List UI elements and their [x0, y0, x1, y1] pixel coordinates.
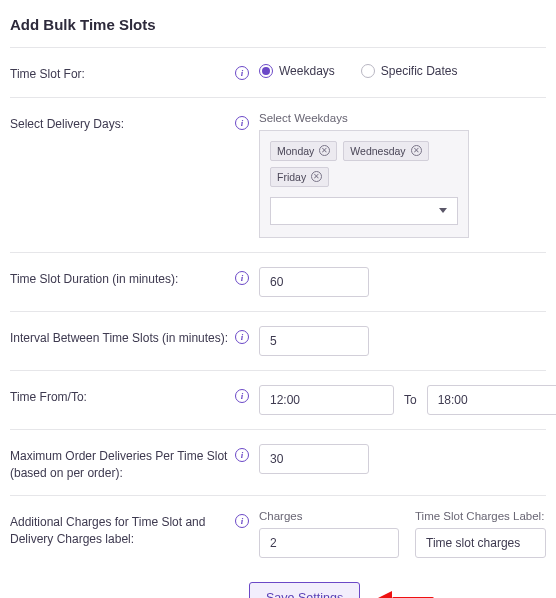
label-time-range: Time From/To: [10, 385, 235, 406]
row-duration: Time Slot Duration (in minutes): i [10, 253, 546, 311]
info-icon[interactable]: i [235, 271, 249, 285]
tag-monday: Monday ✕ [270, 141, 337, 161]
row-select-days: Select Delivery Days: i Select Weekdays … [10, 98, 546, 252]
label-interval: Interval Between Time Slots (in minutes)… [10, 326, 235, 347]
info-icon[interactable]: i [235, 389, 249, 403]
tag-friday: Friday ✕ [270, 167, 329, 187]
remove-tag-icon[interactable]: ✕ [411, 145, 422, 156]
tag-wednesday: Wednesday ✕ [343, 141, 428, 161]
tag-friday-label: Friday [277, 171, 306, 183]
max-orders-input[interactable] [259, 444, 369, 474]
radio-circle-icon [259, 64, 273, 78]
to-label: To [404, 393, 417, 407]
label-max-orders: Maximum Order Deliveries Per Time Slot (… [10, 444, 235, 482]
remove-tag-icon[interactable]: ✕ [311, 171, 322, 182]
label-duration: Time Slot Duration (in minutes): [10, 267, 235, 288]
sub-label-charges: Charges [259, 510, 399, 522]
info-icon[interactable]: i [235, 66, 249, 80]
label-time-slot-for: Time Slot For: [10, 62, 235, 83]
row-interval: Interval Between Time Slots (in minutes)… [10, 312, 546, 370]
charges-input[interactable] [259, 528, 399, 558]
row-additional-charges: Additional Charges for Time Slot and Del… [10, 496, 546, 572]
label-additional: Additional Charges for Time Slot and Del… [10, 510, 235, 548]
row-time-slot-for: Time Slot For: i Weekdays Specific Dates [10, 48, 546, 97]
weekday-tag-box: Monday ✕ Wednesday ✕ Friday ✕ [259, 130, 469, 238]
page-title: Add Bulk Time Slots [10, 16, 546, 33]
sub-label-select-weekdays: Select Weekdays [259, 112, 546, 124]
time-to-input[interactable] [427, 385, 556, 415]
row-max-orders: Maximum Order Deliveries Per Time Slot (… [10, 430, 546, 496]
chevron-down-icon [439, 208, 447, 213]
sub-label-charges-label: Time Slot Charges Label: [415, 510, 546, 522]
label-select-days: Select Delivery Days: [10, 112, 235, 133]
row-time-range: Time From/To: i To [10, 371, 546, 429]
radio-weekdays-label: Weekdays [279, 64, 335, 78]
radio-weekdays[interactable]: Weekdays [259, 64, 335, 78]
remove-tag-icon[interactable]: ✕ [319, 145, 330, 156]
charges-label-input[interactable] [415, 528, 546, 558]
time-from-input[interactable] [259, 385, 394, 415]
tag-monday-label: Monday [277, 145, 314, 157]
save-settings-button[interactable]: Save Settings [249, 582, 360, 598]
info-icon[interactable]: i [235, 448, 249, 462]
info-icon[interactable]: i [235, 514, 249, 528]
tag-wednesday-label: Wednesday [350, 145, 405, 157]
info-icon[interactable]: i [235, 116, 249, 130]
arrow-annotation-icon [378, 589, 434, 598]
weekday-tags: Monday ✕ Wednesday ✕ Friday ✕ [270, 141, 458, 187]
radio-specific-label: Specific Dates [381, 64, 458, 78]
weekday-select[interactable] [270, 197, 458, 225]
interval-input[interactable] [259, 326, 369, 356]
radio-circle-icon [361, 64, 375, 78]
radio-specific-dates[interactable]: Specific Dates [361, 64, 458, 78]
duration-input[interactable] [259, 267, 369, 297]
radio-group-time-slot-for: Weekdays Specific Dates [259, 62, 458, 78]
save-row: Save Settings [10, 572, 546, 598]
info-icon[interactable]: i [235, 330, 249, 344]
